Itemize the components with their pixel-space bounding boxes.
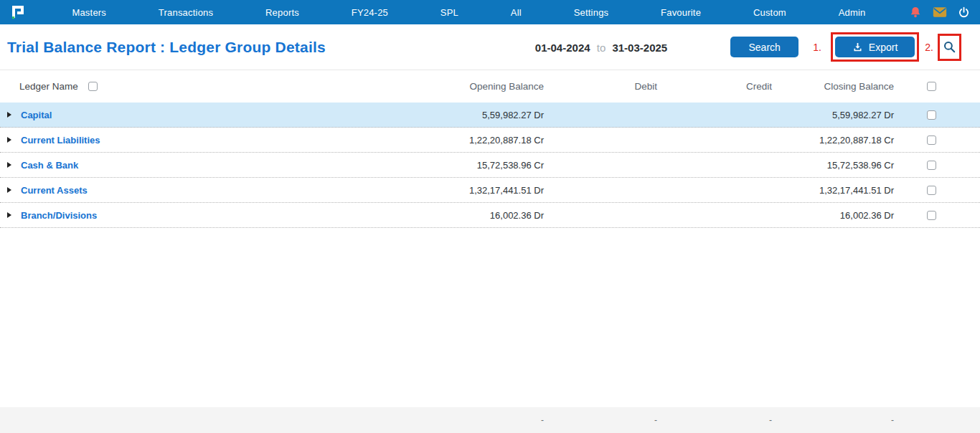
- date-from: 01-04-2024: [535, 41, 590, 53]
- total-debit: -: [547, 415, 660, 425]
- trial-balance-table: Ledger Name Opening Balance Debit Credit…: [0, 70, 980, 228]
- ledger-link-branch-divisions[interactable]: Branch/Divisions: [21, 210, 97, 221]
- date-separator: to: [597, 41, 606, 53]
- col-header-debit: Debit: [547, 81, 660, 92]
- page-title: Trial Balance Report : Ledger Group Deta…: [7, 39, 326, 56]
- nav-item-reports[interactable]: Reports: [265, 7, 299, 18]
- nav-item-favourite[interactable]: Favourite: [661, 7, 701, 18]
- expand-arrow-icon[interactable]: [7, 112, 11, 118]
- page-header: Trial Balance Report : Ledger Group Deta…: [0, 24, 980, 70]
- table-row: Current Liabilities 1,22,20,887.18 Cr 1,…: [0, 128, 980, 153]
- download-icon: [852, 42, 863, 52]
- search-button[interactable]: Search: [730, 37, 798, 57]
- table-row: Current Assets 1,32,17,441.51 Dr 1,32,17…: [0, 178, 980, 203]
- app-logo-icon[interactable]: [6, 2, 30, 22]
- col-header-ledger-name: Ledger Name: [19, 81, 78, 92]
- nav-item-settings[interactable]: Settings: [574, 7, 609, 18]
- top-nav: Masters Transactions Reports FY24-25 SPL…: [0, 0, 980, 24]
- total-closing-balance: -: [775, 415, 897, 425]
- table-header-row: Ledger Name Opening Balance Debit Credit…: [0, 70, 980, 103]
- expand-arrow-icon[interactable]: [7, 137, 11, 143]
- nav-item-spl[interactable]: SPL: [440, 7, 458, 18]
- nav-menu: Masters Transactions Reports FY24-25 SPL…: [46, 7, 892, 18]
- envelope-icon[interactable]: [933, 6, 947, 18]
- opening-balance-value: 1,32,17,441.51 Dr: [367, 185, 547, 196]
- table-row: Capital 5,59,982.27 Dr 5,59,982.27 Dr: [0, 103, 980, 128]
- closing-balance-value: 1,32,17,441.51 Dr: [775, 185, 897, 196]
- closing-balance-value: 5,59,982.27 Dr: [775, 110, 897, 120]
- col-header-credit: Credit: [660, 81, 775, 92]
- nav-item-fy24-25[interactable]: FY24-25: [352, 7, 388, 18]
- nav-item-masters[interactable]: Masters: [72, 7, 106, 18]
- opening-balance-value: 5,59,982.27 Dr: [367, 110, 547, 120]
- export-annotation-box: Export: [831, 32, 919, 62]
- opening-balance-value: 1,22,20,887.18 Cr: [367, 135, 547, 146]
- opening-balance-value: 16,002.36 Dr: [367, 210, 547, 221]
- date-to: 31-03-2025: [612, 41, 667, 53]
- select-all-ledger-checkbox[interactable]: [88, 82, 98, 91]
- nav-item-all[interactable]: All: [511, 7, 522, 18]
- nav-item-admin[interactable]: Admin: [839, 7, 866, 18]
- table-row: Cash & Bank 15,72,538.96 Cr 15,72,538.96…: [0, 153, 980, 178]
- header-actions: Search 1. Export 2.: [730, 32, 961, 62]
- total-opening-balance: -: [367, 415, 547, 425]
- expand-arrow-icon[interactable]: [7, 187, 11, 193]
- total-credit: -: [660, 415, 775, 425]
- row-checkbox[interactable]: [927, 110, 936, 120]
- nav-icon-group: [909, 6, 970, 19]
- nav-item-custom[interactable]: Custom: [753, 7, 786, 18]
- export-button-label: Export: [869, 42, 897, 53]
- expand-arrow-icon[interactable]: [7, 212, 11, 218]
- row-checkbox[interactable]: [927, 211, 936, 220]
- app-window: Masters Transactions Reports FY24-25 SPL…: [0, 0, 980, 433]
- date-range: 01-04-2024 to 31-03-2025: [535, 41, 667, 53]
- closing-balance-value: 1,22,20,887.18 Cr: [775, 135, 897, 146]
- opening-balance-value: 15,72,538.96 Cr: [367, 160, 547, 171]
- annotation-step-2: 2.: [925, 42, 933, 53]
- select-all-rows-checkbox[interactable]: [927, 82, 936, 91]
- closing-balance-value: 16,002.36 Dr: [775, 210, 897, 221]
- ledger-link-current-liabilities[interactable]: Current Liabilities: [21, 135, 100, 146]
- col-header-closing-balance: Closing Balance: [775, 81, 897, 92]
- col-header-opening-balance: Opening Balance: [367, 81, 547, 92]
- totals-footer: - - - -: [0, 407, 980, 433]
- expand-arrow-icon[interactable]: [7, 162, 11, 168]
- ledger-link-capital[interactable]: Capital: [21, 110, 52, 120]
- closing-balance-value: 15,72,538.96 Cr: [775, 160, 897, 171]
- nav-item-transactions[interactable]: Transactions: [159, 7, 213, 18]
- search-annotation-box: [938, 34, 961, 61]
- bell-icon[interactable]: [909, 6, 922, 19]
- table-row: Branch/Divisions 16,002.36 Dr 16,002.36 …: [0, 203, 980, 228]
- ledger-link-current-assets[interactable]: Current Assets: [21, 185, 88, 196]
- row-checkbox[interactable]: [927, 186, 936, 195]
- ledger-link-cash-and-bank[interactable]: Cash & Bank: [21, 160, 78, 171]
- row-checkbox[interactable]: [927, 161, 936, 170]
- row-checkbox[interactable]: [927, 135, 936, 145]
- annotation-step-1: 1.: [813, 42, 821, 53]
- power-icon[interactable]: [958, 6, 970, 19]
- export-button[interactable]: Export: [835, 37, 915, 57]
- magnifier-icon[interactable]: [943, 40, 956, 54]
